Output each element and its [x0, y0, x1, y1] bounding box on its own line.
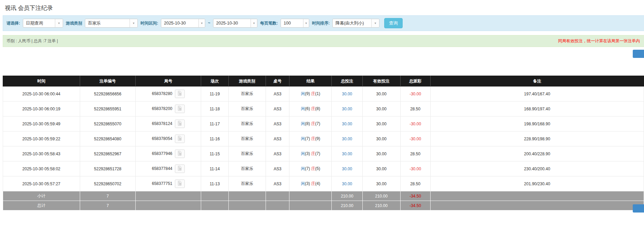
- session-cell: 11-17: [201, 116, 228, 131]
- game-type-label: 游戏类别: [66, 20, 82, 26]
- result-player-label: 闲: [301, 121, 305, 126]
- video-file-icon: [177, 151, 182, 157]
- result-banker-label: 庄: [311, 106, 315, 111]
- empty-cell: [136, 201, 201, 210]
- result-banker-label: 庄: [311, 151, 315, 156]
- payout-value: -30.00: [409, 137, 421, 141]
- result-banker-label: 庄: [311, 166, 315, 171]
- result-banker-score: (4): [315, 181, 320, 186]
- round-id-cell: 658377844: [136, 161, 201, 176]
- game-type-cell: 百家乐: [228, 131, 266, 146]
- remark-cell: 168.90/197.40: [430, 101, 644, 116]
- query-mode-value: 日期查询: [23, 19, 46, 27]
- result-player-score: (9): [305, 91, 310, 96]
- date-from-field[interactable]: ▼: [161, 19, 205, 28]
- total-bet-cell: 30.00: [332, 131, 362, 146]
- table-header-row: 时间注单编号局号场次游戏类别桌号结果总投注有效投注总派彩备注: [3, 76, 644, 87]
- summary-count-cell: 7: [80, 191, 136, 201]
- date-from-input[interactable]: [161, 19, 198, 27]
- time-cell: 2025-10-30 06:00:19: [3, 101, 80, 116]
- video-replay-button[interactable]: [175, 179, 185, 188]
- payout-cell: 28.50: [400, 176, 430, 191]
- remark-cell: 200.40/228.90: [430, 146, 644, 161]
- date-to-field[interactable]: ▼: [213, 19, 257, 28]
- summary-total-bet-cell: 210.00: [332, 201, 362, 210]
- table-row: 2025-10-30 05:59:49522928655070658378124…: [3, 116, 644, 131]
- total-bet-link[interactable]: 30.00: [342, 152, 352, 156]
- time-cell: 2025-10-30 05:59:49: [3, 116, 80, 131]
- time-cell: 2025-10-30 06:00:44: [3, 87, 80, 101]
- result-player-label: 闲: [301, 106, 305, 111]
- video-replay-button[interactable]: [175, 135, 185, 143]
- total-bet-cell: 30.00: [332, 176, 362, 191]
- sort-order-value: 降幕(由大到小): [333, 19, 366, 27]
- game-type-select[interactable]: 百家乐 ▼: [85, 19, 138, 28]
- game-type-cell: 百家乐: [228, 176, 266, 191]
- sort-order-select[interactable]: 降幕(由大到小) ▼: [332, 19, 379, 28]
- cutoff-action-button-top[interactable]: [633, 50, 644, 58]
- total-bet-link[interactable]: 30.00: [342, 122, 352, 126]
- empty-cell: [266, 201, 289, 210]
- game-type-cell: 百家乐: [228, 161, 266, 176]
- search-button[interactable]: 查询: [384, 18, 403, 28]
- remark-cell: 197.40/167.40: [430, 87, 644, 101]
- summary-valid-bet-cell: 210.00: [362, 201, 400, 210]
- game-type-value: 百家乐: [85, 19, 104, 27]
- table-row: 2025-10-30 06:00:19522928655951658378200…: [3, 101, 644, 116]
- summary-payout-cell: -34.50: [400, 191, 430, 201]
- video-replay-button[interactable]: [175, 90, 185, 98]
- subtotal-row: 小计7210.00210.00-34.50: [3, 191, 644, 201]
- payout-cell: -30.00: [400, 131, 430, 146]
- valid-bet-cell: 30.00: [362, 176, 400, 191]
- page-size-input[interactable]: [281, 19, 303, 27]
- date-to-input[interactable]: [213, 19, 251, 27]
- result-banker-label: 庄: [311, 136, 315, 141]
- empty-cell: [201, 201, 228, 210]
- empty-cell: [266, 191, 289, 201]
- query-mode-select[interactable]: 日期查询 ▼: [23, 19, 63, 28]
- total-bet-link[interactable]: 30.00: [342, 92, 352, 96]
- total-bet-link[interactable]: 30.00: [342, 182, 352, 186]
- payout-value: -34.50: [409, 194, 421, 199]
- video-replay-button[interactable]: [175, 150, 185, 158]
- time-cell: 2025-10-30 05:59:22: [3, 131, 80, 146]
- video-file-icon: [177, 91, 182, 97]
- chevron-down-icon: ▼: [371, 19, 379, 27]
- video-file-icon: [177, 136, 182, 142]
- video-replay-button[interactable]: [175, 105, 185, 113]
- result-player-label: 闲: [301, 166, 305, 171]
- table-no-cell: AS3: [266, 131, 289, 146]
- cutoff-action-button-bottom[interactable]: [633, 204, 644, 213]
- result-banker-score: (9): [315, 136, 320, 141]
- empty-cell: [430, 201, 644, 210]
- result-banker-score: (5): [315, 166, 320, 171]
- total-bet-link[interactable]: 30.00: [342, 167, 352, 171]
- payout-value: -30.00: [409, 167, 421, 171]
- summary-valid-bet-cell: 210.00: [362, 191, 400, 201]
- valid-bet-cell: 30.00: [362, 116, 400, 131]
- summary-count-cell: 7: [80, 201, 136, 210]
- payout-cell: -30.00: [400, 116, 430, 131]
- payout-cell: 28.50: [400, 101, 430, 116]
- column-header: 总派彩: [400, 76, 430, 87]
- sort-order-label: 时间排序:: [312, 20, 330, 26]
- round-id-cell: 658377751: [136, 176, 201, 191]
- column-header: 有效投注: [362, 76, 400, 87]
- result-player-label: 闲: [301, 151, 305, 156]
- video-replay-button[interactable]: [175, 164, 185, 173]
- page-size-select[interactable]: ▼: [281, 19, 309, 28]
- time-range-label: 时间区间:: [140, 20, 158, 26]
- column-header: 场次: [201, 76, 228, 87]
- table-row: 2025-10-30 05:59:22522928654080658378054…: [3, 131, 644, 146]
- bet-id-cell: 522928654080: [80, 131, 136, 146]
- result-cell: 闲(7) 庄(9): [289, 131, 332, 146]
- total-bet-link[interactable]: 30.00: [342, 137, 352, 141]
- total-bet-cell: 30.00: [332, 146, 362, 161]
- video-replay-button[interactable]: [175, 120, 185, 128]
- total-bet-link[interactable]: 30.00: [342, 107, 352, 111]
- result-banker-score: (7): [315, 151, 320, 156]
- result-cell: 闲(7) 庄(5): [289, 161, 332, 176]
- result-banker-label: 庄: [311, 181, 315, 186]
- chevron-down-icon: ▼: [198, 19, 205, 27]
- chevron-down-icon: ▼: [55, 19, 63, 27]
